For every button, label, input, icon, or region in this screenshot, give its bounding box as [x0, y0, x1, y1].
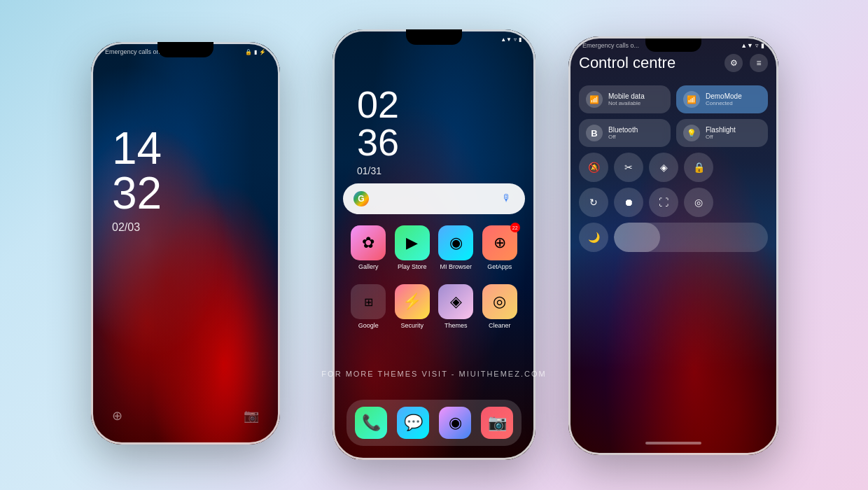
mobile-data-icon: 📶	[586, 91, 603, 108]
scissors-button[interactable]: ✂	[614, 153, 643, 182]
dock-phone[interactable]: 📞	[355, 407, 387, 439]
menu-button[interactable]: ≡	[750, 54, 768, 72]
playstore-label: Play Store	[398, 263, 427, 270]
google-search-bar[interactable]: G 🎙	[343, 183, 525, 214]
mobile-data-name: Mobile data	[608, 92, 664, 100]
google-app-icon: ⊞	[351, 284, 386, 319]
getapps-icon: ⊕ 22	[482, 225, 517, 260]
app-row-1: ✿ Gallery ▶ Play Store ◉ MI Browser ⊕ 22	[346, 225, 522, 270]
security-label: Security	[400, 322, 424, 329]
lock-time-top: 14	[112, 126, 162, 171]
homescreen-wallpaper: ▲▼ ▿ ▮ 02 36 01/31 G 🎙 ✿ Gallery	[332, 29, 536, 460]
home-time-top: 02	[357, 85, 399, 123]
wifi-name: DemoMode	[706, 92, 761, 100]
wifi-button[interactable]: ◈	[649, 153, 678, 182]
bluetooth-name: Bluetooth	[608, 126, 664, 134]
lock-bottom-right-icon: 📷	[244, 408, 259, 424]
target-button[interactable]: ◎	[684, 188, 713, 217]
home-date: 01/31	[357, 165, 399, 176]
mobile-data-tile[interactable]: 📶 Mobile data Not available	[579, 85, 671, 113]
lock-bottom-left-icon: ⊕	[112, 408, 122, 424]
ctrl-signal-icon: ▲▼	[741, 42, 753, 49]
playstore-icon: ▶	[395, 225, 430, 260]
messages-icon: 💬	[397, 407, 429, 439]
ctrl-wifi-icon: ▿	[755, 42, 759, 49]
lock-icon: 🔒	[245, 49, 252, 55]
app-security[interactable]: ⚡ Security	[395, 284, 430, 329]
control-notch	[645, 36, 701, 52]
control-centre-title: Control centre	[579, 54, 676, 72]
phone2-homescreen: ▲▼ ▿ ▮ 02 36 01/31 G 🎙 ✿ Gallery	[332, 29, 536, 460]
dnd-button[interactable]: 🔕	[579, 153, 608, 182]
app-grid: ✿ Gallery ▶ Play Store ◉ MI Browser ⊕ 22	[346, 225, 522, 343]
app-google[interactable]: ⊞ Google	[351, 284, 386, 329]
app-dock: 📞 💬 ◉ 📷	[346, 400, 522, 446]
wifi-tile-icon: 📶	[683, 91, 700, 108]
control-wallpaper: Emergency calls o... ▲▼ ▿ ▮ Control cent…	[568, 36, 778, 455]
chrome-icon: ◉	[439, 407, 471, 439]
lock-rotation-button[interactable]: 🔒	[684, 153, 713, 182]
google-logo: G	[354, 191, 369, 206]
wifi-status: Connected	[706, 100, 761, 106]
signal-icon: ▲▼	[500, 36, 512, 43]
record-button[interactable]: ⏺	[614, 188, 643, 217]
themes-label: Themes	[444, 322, 468, 329]
brightness-fill	[614, 223, 660, 252]
dock-messages[interactable]: 💬	[397, 407, 429, 439]
flashlight-text: Flashlight Off	[706, 126, 761, 140]
bluetooth-tile[interactable]: B Bluetooth Off	[579, 119, 671, 147]
app-mibrowser[interactable]: ◉ MI Browser	[438, 225, 473, 270]
control-title-bar: Control centre ⚙ ≡	[579, 54, 768, 72]
brightness-slider[interactable]	[614, 223, 768, 252]
status-icons: 🔒 ▮ ⚡	[245, 49, 266, 55]
lock-time-bottom: 32	[112, 171, 162, 216]
flashlight-tile[interactable]: 💡 Flashlight Off	[676, 119, 768, 147]
control-title-actions: ⚙ ≡	[724, 54, 768, 72]
notch	[158, 42, 214, 57]
control-row-2: B Bluetooth Off 💡 Flashlight Off	[579, 119, 768, 147]
gallery-icon: ✿	[351, 225, 386, 260]
app-getapps[interactable]: ⊕ 22 GetApps	[482, 225, 517, 270]
app-themes[interactable]: ◈ Themes	[438, 284, 473, 329]
mibrowser-label: MI Browser	[440, 263, 472, 270]
dock-chrome[interactable]: ◉	[439, 407, 471, 439]
control-status-icons: ▲▼ ▿ ▮	[741, 42, 764, 49]
mobile-data-status: Not available	[608, 100, 664, 106]
app-row-2: ⊞ Google ⚡ Security ◈ Themes ◎ Cleaner	[346, 284, 522, 329]
wifi-tile[interactable]: 📶 DemoMode Connected	[676, 85, 768, 113]
dark-mode-button[interactable]: 🌙	[579, 223, 608, 252]
phone-icon: 📞	[355, 407, 387, 439]
gallery-label: Gallery	[358, 263, 379, 270]
rotate-button[interactable]: ↻	[579, 188, 608, 217]
control-row-1: 📶 Mobile data Not available 📶 DemoMode C…	[579, 85, 768, 113]
home-battery-icon: ▮	[519, 36, 522, 43]
control-row-4: ↻ ⏺ ⛶ ◎	[579, 188, 768, 217]
bottom-handle	[645, 442, 701, 444]
google-label: Google	[358, 322, 379, 329]
phone1-lockscreen: Emergency calls only 🔒 ▮ ⚡ 14 32 02/03 ⊕…	[91, 42, 280, 444]
security-icon: ⚡	[395, 284, 430, 319]
lightning-icon: ⚡	[259, 49, 266, 55]
settings-button[interactable]: ⚙	[724, 54, 743, 72]
bluetooth-icon: B	[586, 125, 603, 141]
flashlight-name: Flashlight	[706, 126, 761, 134]
app-cleaner[interactable]: ◎ Cleaner	[482, 284, 517, 329]
lockscreen-wallpaper: Emergency calls only 🔒 ▮ ⚡ 14 32 02/03 ⊕…	[91, 42, 280, 444]
lock-date: 02/03	[112, 221, 162, 234]
mibrowser-icon: ◉	[438, 225, 473, 260]
control-grid: 📶 Mobile data Not available 📶 DemoMode C…	[579, 85, 768, 258]
home-time-bottom: 36	[357, 123, 399, 161]
mobile-data-text: Mobile data Not available	[608, 92, 664, 106]
battery-icon: ▮	[254, 49, 257, 55]
phone3-controlcentre: Emergency calls o... ▲▼ ▿ ▮ Control cent…	[568, 36, 778, 455]
expand-button[interactable]: ⛶	[649, 188, 678, 217]
app-gallery[interactable]: ✿ Gallery	[351, 225, 386, 270]
dock-camera[interactable]: 📷	[481, 407, 513, 439]
lock-clock: 14 32 02/03	[112, 126, 162, 234]
control-emergency-text: Emergency calls o...	[582, 42, 639, 49]
themes-icon: ◈	[438, 284, 473, 319]
app-playstore[interactable]: ▶ Play Store	[395, 225, 430, 270]
home-notch	[406, 29, 462, 45]
watermark: FOR MORE THEMES VISIT - MIUITHEMEZ.COM	[321, 370, 546, 378]
ctrl-battery-icon: ▮	[761, 42, 764, 49]
